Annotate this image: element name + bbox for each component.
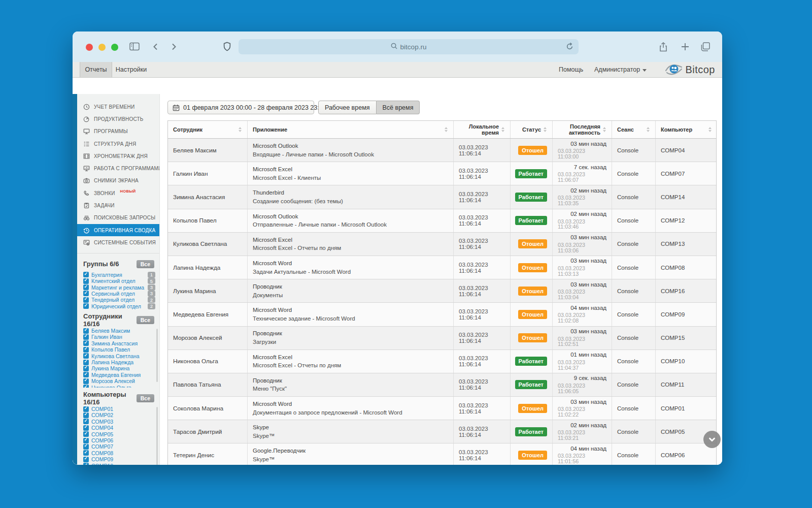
forward-icon[interactable] xyxy=(170,43,178,53)
checkbox-checked[interactable] xyxy=(83,328,89,334)
checkbox-checked[interactable] xyxy=(83,340,89,346)
reload-icon[interactable] xyxy=(565,42,574,52)
col-status[interactable]: Статус xyxy=(511,121,553,138)
new-tab-icon[interactable] xyxy=(681,42,690,53)
employee-label[interactable]: Куликова Светлана xyxy=(91,353,155,359)
computer-label[interactable]: COMP04 xyxy=(91,425,155,431)
employees-all-button[interactable]: Все xyxy=(137,316,154,324)
all-time-button[interactable]: Всё время xyxy=(377,101,420,114)
checkbox-checked[interactable] xyxy=(83,438,89,443)
employees-scrollbar[interactable] xyxy=(156,329,158,382)
nav-item-system-events[interactable]: СИСТЕМНЫЕ СОБЫТИЯ xyxy=(77,236,159,248)
tab-overview-icon[interactable] xyxy=(700,42,710,53)
employee-label[interactable]: Зимина Анастасия xyxy=(91,340,155,346)
checkbox-checked[interactable] xyxy=(83,457,89,462)
shield-icon[interactable] xyxy=(223,42,231,54)
sort-icon[interactable] xyxy=(602,126,606,133)
nav-item-programs[interactable]: ПРОГРАММЫ xyxy=(77,125,159,138)
back-icon[interactable] xyxy=(152,43,160,53)
group-label[interactable]: Маркетинг и реклама xyxy=(91,284,145,291)
employee-label[interactable]: Беляев Максим xyxy=(91,328,155,334)
col-local-time[interactable]: Локальное время xyxy=(454,121,511,138)
checkbox-checked[interactable] xyxy=(83,372,89,377)
computers-all-button[interactable]: Все xyxy=(137,394,154,402)
close-window-button[interactable] xyxy=(86,44,93,51)
sort-icon[interactable] xyxy=(543,126,547,133)
checkbox-checked[interactable] xyxy=(83,272,89,277)
address-bar[interactable]: bitcop.ru xyxy=(239,39,579,54)
checkbox-checked[interactable] xyxy=(83,385,89,388)
checkbox-checked[interactable] xyxy=(83,431,89,437)
sort-icon[interactable] xyxy=(238,126,242,133)
col-session[interactable]: Сеанс xyxy=(612,121,656,138)
group-label[interactable]: Сервисный отдел xyxy=(91,291,145,297)
sidebar-toggle-icon[interactable] xyxy=(129,42,140,53)
tab-settings[interactable]: Настройки xyxy=(113,62,150,77)
group-label[interactable]: Клиентский отдел xyxy=(91,278,145,284)
employee-label[interactable]: Морозов Алексей xyxy=(91,378,155,384)
nav-item-time-tracking[interactable]: УЧЕТ ВРЕМЕНИ xyxy=(77,101,159,113)
computers-scrollbar[interactable] xyxy=(156,407,158,465)
checkbox-checked[interactable] xyxy=(83,334,89,340)
date-range-picker[interactable]: 01 февраля 2023 00:00 - 28 февраля 2023 … xyxy=(167,101,314,114)
checkbox-checked[interactable] xyxy=(83,353,89,359)
checkbox-checked[interactable] xyxy=(83,360,89,365)
checkbox-checked[interactable] xyxy=(83,444,89,450)
nav-item-tasks[interactable]: ЗАДАЧИ xyxy=(77,199,159,211)
checkbox-checked[interactable] xyxy=(83,284,89,290)
scroll-down-button[interactable] xyxy=(703,431,721,448)
nav-item-calls[interactable]: ЗВОНКИ НОВЫЙ xyxy=(77,187,159,199)
computer-label[interactable]: COMP02 xyxy=(91,412,155,418)
checkbox-checked[interactable] xyxy=(83,463,89,465)
computer-label[interactable]: COMP01 xyxy=(91,406,155,412)
checkbox-checked[interactable] xyxy=(83,406,89,412)
computer-label[interactable]: COMP10 xyxy=(91,463,155,465)
employee-label[interactable]: Галкин Иван xyxy=(91,334,155,340)
checkbox-checked[interactable] xyxy=(83,366,89,371)
computer-label[interactable]: COMP05 xyxy=(91,431,155,437)
computer-label[interactable]: COMP03 xyxy=(91,419,155,425)
col-last-activity[interactable]: Последняя активность xyxy=(553,121,612,138)
checkbox-checked[interactable] xyxy=(83,278,89,284)
employee-label[interactable]: Медведева Евгения xyxy=(91,372,155,378)
group-label[interactable]: Тендерный отдел xyxy=(91,297,145,303)
user-menu[interactable]: Администратор xyxy=(594,62,647,77)
nav-item-screenshots[interactable]: СНИМКИ ЭКРАНА xyxy=(77,175,159,187)
employee-label[interactable]: Лапина Надежда xyxy=(91,359,155,365)
checkbox-checked[interactable] xyxy=(83,419,89,424)
nav-item-search-queries[interactable]: ПОИСКОВЫЕ ЗАПРОСЫ xyxy=(77,212,159,224)
group-label[interactable]: Бухгалтерия xyxy=(91,272,145,278)
computer-label[interactable]: COMP09 xyxy=(91,456,155,462)
sort-icon[interactable] xyxy=(646,126,650,133)
checkbox-checked[interactable] xyxy=(83,291,89,296)
checkbox-checked[interactable] xyxy=(83,297,89,303)
minimize-window-button[interactable] xyxy=(98,44,106,51)
nav-item-productivity[interactable]: ПРОДУКТИВНОСТЬ xyxy=(77,113,159,125)
col-employee[interactable]: Сотрудник xyxy=(168,121,248,138)
checkbox-checked[interactable] xyxy=(83,303,89,309)
col-application[interactable]: Приложение xyxy=(248,121,454,138)
group-label[interactable]: Юридический отдел xyxy=(91,303,145,309)
checkbox-checked[interactable] xyxy=(83,347,89,353)
help-link[interactable]: Помощь xyxy=(559,62,583,77)
zoom-window-button[interactable] xyxy=(111,44,118,51)
tab-reports[interactable]: Отчеты xyxy=(80,62,112,77)
nav-item-day-timeline[interactable]: ХРОНОМЕТРАЖ ДНЯ xyxy=(77,150,159,162)
employee-label[interactable]: Никонова Ольга xyxy=(91,385,155,388)
employee-label[interactable]: Копылов Павел xyxy=(91,346,155,353)
checkbox-checked[interactable] xyxy=(83,412,89,418)
checkbox-checked[interactable] xyxy=(83,378,89,384)
nav-item-live-summary[interactable]: ОПЕРАТИВНАЯ СВОДКА xyxy=(77,224,159,236)
employee-label[interactable]: Лукина Марина xyxy=(91,365,155,371)
checkbox-checked[interactable] xyxy=(83,425,89,431)
groups-all-button[interactable]: Все xyxy=(137,260,154,268)
sort-icon[interactable] xyxy=(501,126,505,133)
sort-icon[interactable] xyxy=(444,126,448,133)
checkbox-checked[interactable] xyxy=(83,450,89,456)
computer-label[interactable]: COMP08 xyxy=(91,450,155,456)
work-time-button[interactable]: Рабочее время xyxy=(318,101,377,114)
share-icon[interactable] xyxy=(659,42,668,54)
computer-label[interactable]: COMP06 xyxy=(91,437,155,443)
computer-label[interactable]: COMP07 xyxy=(91,443,155,450)
col-computer[interactable]: Компьютер xyxy=(656,121,717,138)
